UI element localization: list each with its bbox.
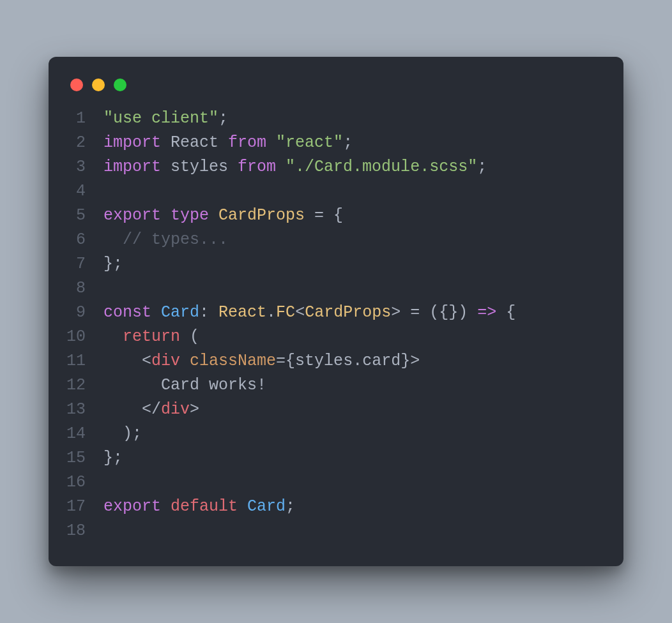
code-token: export: [103, 497, 161, 516]
code-token: const: [103, 303, 151, 322]
line-number: 12: [66, 373, 86, 398]
code-line[interactable]: export default Card;: [103, 495, 515, 519]
code-line[interactable]: [103, 179, 515, 204]
line-number: 15: [66, 446, 86, 470]
code-line[interactable]: };: [103, 252, 515, 276]
code-token: [180, 352, 190, 370]
code-token: styles: [161, 158, 238, 176]
code-token: Card: [247, 497, 286, 516]
code-token: :: [199, 303, 218, 322]
code-token: "use client": [103, 109, 218, 128]
code-token: "./Card.module.scss": [286, 158, 477, 176]
code-token: =>: [477, 303, 496, 322]
line-number: 7: [66, 252, 86, 276]
line-number: 10: [66, 325, 86, 349]
code-token: (: [180, 327, 199, 346]
line-number: 16: [66, 470, 86, 495]
code-token: [266, 133, 276, 152]
line-number: 13: [66, 398, 86, 422]
code-line[interactable]: };: [103, 446, 515, 470]
code-token: from: [238, 158, 276, 176]
code-token: <: [295, 303, 305, 322]
code-token: ={styles.card}: [276, 352, 410, 370]
code-line[interactable]: <div className={styles.card}>: [103, 349, 515, 373]
code-content[interactable]: "use client";import React from "react";i…: [103, 107, 515, 543]
code-token: {: [496, 303, 515, 322]
code-token: > = ({}): [391, 303, 477, 322]
code-token: className: [190, 352, 276, 370]
line-number: 4: [66, 179, 86, 204]
code-line[interactable]: import React from "react";: [103, 131, 515, 155]
code-token: React: [218, 303, 266, 322]
code-token: default: [171, 497, 238, 516]
code-line[interactable]: Card works!: [103, 373, 515, 398]
code-token: [238, 497, 247, 516]
code-token: [103, 400, 142, 419]
code-token: from: [228, 133, 266, 152]
code-token: import: [103, 133, 161, 152]
code-token: };: [103, 255, 123, 273]
code-token: [161, 206, 171, 225]
code-token: [103, 327, 123, 346]
code-token: ;: [218, 109, 228, 128]
line-number: 17: [66, 495, 86, 519]
code-token: "react": [276, 133, 343, 152]
minimize-icon[interactable]: [92, 79, 105, 91]
code-token: React: [161, 133, 228, 152]
code-token: ;: [343, 133, 353, 152]
editor-window: 123456789101112131415161718 "use client"…: [49, 57, 623, 566]
line-number: 2: [66, 131, 86, 155]
code-line[interactable]: "use client";: [103, 107, 515, 131]
code-line[interactable]: [103, 519, 515, 543]
close-icon[interactable]: [70, 79, 83, 91]
code-token: Card: [161, 303, 199, 322]
code-token: [103, 352, 142, 370]
code-token: <: [142, 352, 151, 370]
code-line[interactable]: </div>: [103, 398, 515, 422]
code-line[interactable]: const Card: React.FC<CardProps> = ({}) =…: [103, 301, 515, 325]
code-token: ;: [286, 497, 295, 516]
code-token: div: [151, 352, 180, 370]
line-number: 3: [66, 155, 86, 179]
line-number: 1: [66, 107, 86, 131]
code-token: ;: [477, 158, 487, 176]
code-token: );: [103, 424, 142, 443]
code-line[interactable]: import styles from "./Card.module.scss";: [103, 155, 515, 179]
code-token: [161, 497, 171, 516]
code-token: >: [410, 352, 420, 370]
code-token: [209, 206, 218, 225]
code-token: };: [103, 449, 123, 467]
window-titlebar: [66, 72, 606, 107]
code-token: return: [123, 327, 180, 346]
code-token: CardProps: [305, 303, 391, 322]
code-line[interactable]: [103, 276, 515, 301]
line-number: 11: [66, 349, 86, 373]
line-number: 5: [66, 204, 86, 228]
code-token: [103, 230, 123, 249]
line-number: 8: [66, 276, 86, 301]
code-token: // types...: [123, 230, 228, 249]
code-token: type: [171, 206, 209, 225]
code-token: = {: [305, 206, 343, 225]
line-number-gutter: 123456789101112131415161718: [66, 107, 103, 543]
code-token: </: [142, 400, 161, 419]
code-line[interactable]: return (: [103, 325, 515, 349]
code-token: >: [190, 400, 199, 419]
zoom-icon[interactable]: [114, 79, 126, 91]
code-line[interactable]: // types...: [103, 228, 515, 252]
code-token: FC: [276, 303, 295, 322]
code-token: CardProps: [218, 206, 305, 225]
code-line[interactable]: );: [103, 422, 515, 446]
code-line[interactable]: export type CardProps = {: [103, 204, 515, 228]
line-number: 6: [66, 228, 86, 252]
code-line[interactable]: [103, 470, 515, 495]
code-token: Card works!: [103, 376, 266, 394]
line-number: 14: [66, 422, 86, 446]
code-token: .: [266, 303, 276, 322]
code-token: export: [103, 206, 161, 225]
code-token: [276, 158, 286, 176]
line-number: 18: [66, 519, 86, 543]
code-token: import: [103, 158, 161, 176]
code-editor[interactable]: 123456789101112131415161718 "use client"…: [66, 107, 606, 543]
line-number: 9: [66, 301, 86, 325]
